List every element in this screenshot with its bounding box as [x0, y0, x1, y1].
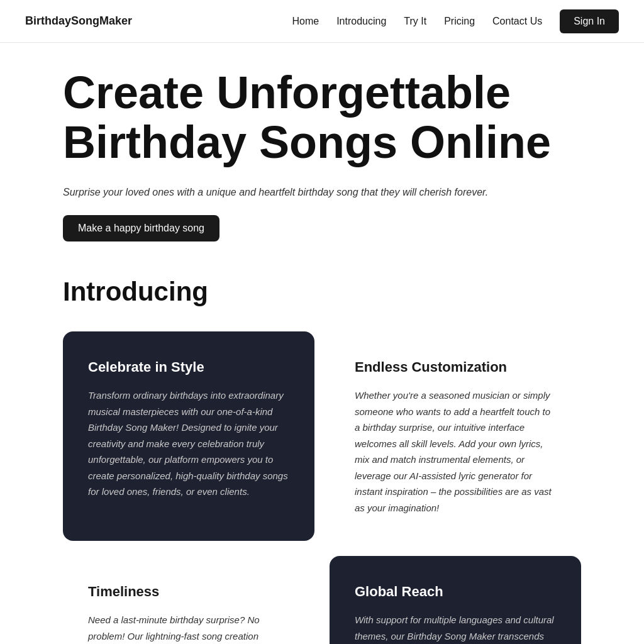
sign-in-button[interactable]: Sign In — [560, 9, 619, 33]
card-global-title: Global Reach — [355, 581, 556, 602]
card-global: Global Reach With support for multiple l… — [330, 556, 581, 644]
navbar: BirthdaySongMaker Home Introducing Try I… — [0, 0, 644, 43]
hero-subtitle: Surprise your loved ones with a unique a… — [63, 185, 581, 200]
card-global-text: With support for multiple languages and … — [355, 612, 556, 644]
nav-links: Home Introducing Try It Pricing Contact … — [292, 9, 619, 33]
site-logo: BirthdaySongMaker — [25, 13, 132, 30]
nav-introducing[interactable]: Introducing — [336, 14, 386, 29]
card-celebrate-title: Celebrate in Style — [88, 357, 289, 377]
nav-home[interactable]: Home — [292, 14, 319, 29]
card-timeliness: Timeliness Need a last-minute birthday s… — [63, 556, 314, 644]
card-timeliness-title: Timeliness — [88, 581, 289, 602]
hero-title: Create Unforgettable Birthday Songs Onli… — [63, 68, 581, 167]
nav-try-it[interactable]: Try It — [404, 14, 426, 29]
nav-pricing[interactable]: Pricing — [444, 14, 475, 29]
nav-contact[interactable]: Contact Us — [492, 14, 542, 29]
card-customization-title: Endless Customization — [355, 357, 556, 377]
main-content: Create Unforgettable Birthday Songs Onli… — [0, 43, 644, 644]
introducing-section-title: Introducing — [63, 272, 581, 311]
card-timeliness-text: Need a last-minute birthday surprise? No… — [88, 612, 289, 644]
card-customization: Endless Customization Whether you're a s… — [330, 331, 581, 541]
cards-grid: Celebrate in Style Transform ordinary bi… — [63, 331, 581, 644]
cta-button[interactable]: Make a happy birthday song — [63, 215, 219, 242]
card-celebrate-text: Transform ordinary birthdays into extrao… — [88, 387, 289, 500]
card-customization-text: Whether you're a seasoned musician or si… — [355, 387, 556, 516]
card-celebrate: Celebrate in Style Transform ordinary bi… — [63, 331, 314, 541]
